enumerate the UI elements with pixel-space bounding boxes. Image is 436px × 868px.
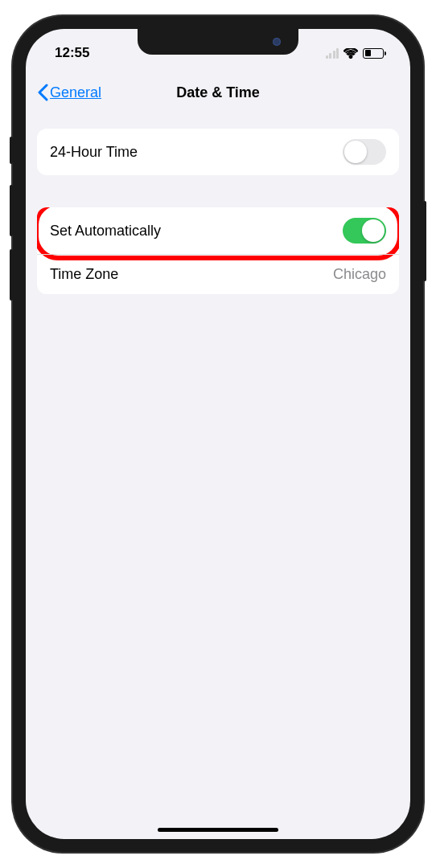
toggle-knob [362, 219, 385, 242]
back-button[interactable]: General [37, 84, 101, 101]
wifi-icon [343, 48, 358, 59]
notch [138, 29, 298, 55]
time-zone-row[interactable]: Time Zone Chicago [37, 254, 399, 294]
volume-up-button [10, 185, 13, 236]
silent-switch [10, 137, 13, 164]
home-indicator[interactable] [158, 828, 278, 832]
volume-down-button [10, 249, 13, 301]
cellular-signal-icon [326, 48, 339, 59]
settings-group-2: Set Automatically Time Zone Chicago [37, 207, 399, 294]
back-label: General [50, 84, 101, 101]
twenty-four-hour-time-row[interactable]: 24-Hour Time [37, 129, 399, 175]
phone-frame: 12:55 [13, 16, 423, 852]
settings-group-1: 24-Hour Time [37, 129, 399, 175]
twenty-four-hour-label: 24-Hour Time [50, 144, 138, 161]
twenty-four-hour-toggle[interactable] [343, 139, 386, 165]
power-button [423, 201, 426, 281]
svg-point-0 [349, 55, 352, 58]
settings-content: 24-Hour Time Set Automatically Time Zone [26, 113, 410, 294]
page-title: Date & Time [176, 84, 260, 101]
set-automatically-toggle[interactable] [343, 218, 386, 244]
toggle-knob [344, 141, 367, 163]
set-automatically-label: Set Automatically [50, 223, 161, 240]
time-zone-label: Time Zone [50, 266, 118, 283]
status-indicators [326, 48, 387, 59]
screen: 12:55 [26, 29, 410, 839]
chevron-left-icon [37, 84, 48, 101]
status-time: 12:55 [55, 45, 89, 61]
navigation-bar: General Date & Time [26, 72, 410, 113]
battery-icon [363, 48, 386, 59]
set-automatically-row[interactable]: Set Automatically [37, 207, 399, 254]
front-camera [273, 38, 281, 46]
time-zone-value: Chicago [333, 266, 386, 283]
